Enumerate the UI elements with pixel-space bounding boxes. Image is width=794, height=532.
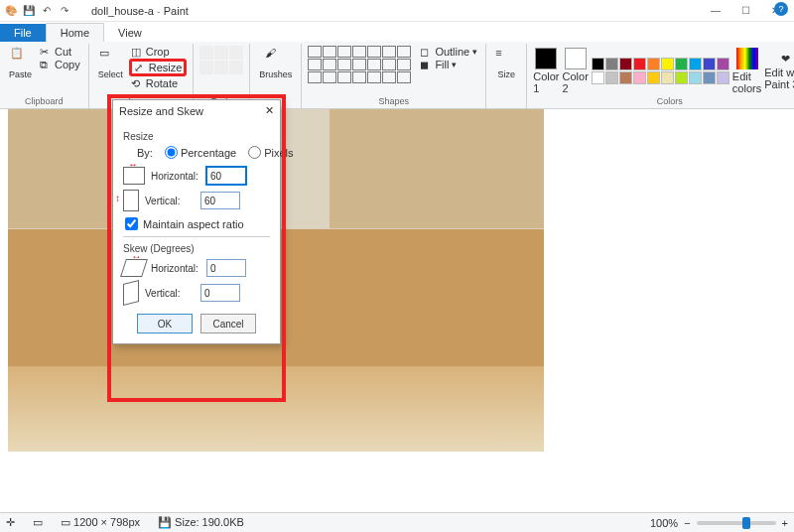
color-swatch[interactable] [689, 58, 702, 70]
tab-view[interactable]: View [104, 24, 156, 42]
color1-button[interactable]: Color 1 [533, 48, 559, 94]
color-swatch[interactable] [717, 71, 729, 84]
select-icon: ▭ [99, 47, 121, 68]
tab-file[interactable]: File [0, 24, 46, 42]
color-swatch[interactable] [661, 71, 674, 84]
color-swatch[interactable] [647, 71, 660, 84]
resize-icon: ⤢ [134, 62, 146, 73]
image-dimensions: ▭ 1200 × 798px [61, 516, 140, 529]
cut-button[interactable]: ✂Cut [38, 46, 82, 58]
color-swatch[interactable] [647, 58, 660, 70]
crop-icon: ◫ [131, 46, 143, 58]
radio-pixels[interactable]: Pixels [248, 146, 293, 159]
color-swatch[interactable] [605, 71, 618, 84]
status-bar: ✛ ▭ ▭ 1200 × 798px 💾 Size: 190.0KB 100% … [0, 512, 794, 532]
app-icon: 🎨 [4, 4, 18, 18]
help-icon[interactable]: ? [774, 2, 788, 16]
color2-button[interactable]: Color 2 [563, 48, 589, 94]
paint3d-icon: ❤ [781, 53, 790, 66]
skew-horizontal-icon [120, 259, 148, 277]
group-shapes: ◻Outline ▾ ◼Fill ▾ Shapes [302, 44, 486, 108]
skew-vertical-icon [123, 280, 139, 306]
zoom-slider[interactable] [697, 521, 776, 525]
maximize-button[interactable]: ☐ [730, 0, 760, 22]
tool-fill[interactable] [214, 46, 228, 60]
copy-button[interactable]: ⧉Copy [38, 59, 82, 70]
ok-button[interactable]: OK [137, 314, 193, 333]
resize-horizontal-input[interactable] [206, 167, 246, 185]
group-size: ≡ Size [486, 44, 527, 108]
rotate-button[interactable]: ⟲Rotate [129, 77, 188, 89]
group-label-colors: Colors [657, 96, 683, 108]
by-label: By: [137, 147, 153, 159]
tool-magnifier[interactable] [229, 61, 243, 74]
resize-button[interactable]: ⤢Resize [129, 59, 188, 76]
color-swatch[interactable] [605, 58, 618, 70]
dialog-close-button[interactable]: ✕ [265, 104, 274, 117]
tool-text[interactable] [229, 46, 243, 60]
title-bar: 🎨 💾 ↶ ↷ doll_house-a - Paint — ☐ ✕ [0, 0, 794, 22]
zoom-level: 100% [650, 517, 678, 529]
color-swatch[interactable] [689, 71, 702, 84]
undo-icon[interactable]: ↶ [40, 4, 54, 18]
edit-colors-button[interactable]: Edit colors [732, 48, 761, 94]
ribbon-tabs: File Home View [0, 22, 794, 42]
edit-colors-icon [736, 48, 758, 69]
tool-pencil[interactable] [199, 46, 213, 60]
color-swatch[interactable] [703, 58, 716, 70]
skew-horizontal-input[interactable] [206, 259, 246, 277]
tab-home[interactable]: Home [46, 23, 104, 42]
crop-button[interactable]: ◫Crop [129, 46, 188, 58]
maintain-aspect-checkbox[interactable]: Maintain aspect ratio [125, 217, 270, 230]
skew-horizontal-label: Horizontal: [151, 263, 200, 274]
color-swatch[interactable] [703, 71, 716, 84]
resize-skew-dialog: Resize and Skew ✕ Resize By: Percentage … [112, 99, 281, 344]
shape-outline-button[interactable]: ◻Outline ▾ [418, 46, 479, 58]
brushes-button[interactable]: 🖌 Brushes [256, 46, 295, 80]
color-palette[interactable] [592, 58, 729, 84]
zoom-in-button[interactable]: + [782, 517, 788, 529]
brush-icon: 🖌 [265, 47, 287, 68]
color-swatch[interactable] [675, 71, 688, 84]
group-label-shapes: Shapes [379, 96, 410, 108]
tool-picker[interactable] [214, 61, 228, 74]
resize-vertical-label: Vertical: [145, 196, 195, 206]
resize-vertical-input[interactable] [200, 192, 240, 209]
resize-vertical-icon [123, 190, 139, 211]
select-button[interactable]: ▭ Select [95, 46, 126, 80]
paste-button[interactable]: 📋 Paste [6, 46, 35, 80]
minimize-button[interactable]: — [701, 0, 730, 22]
redo-icon[interactable]: ↷ [58, 4, 71, 18]
resize-horizontal-icon [123, 167, 145, 185]
paint3d-button[interactable]: ❤Edit with Paint 3D [764, 53, 794, 90]
shape-fill-button[interactable]: ◼Fill ▾ [418, 59, 479, 70]
color-swatch[interactable] [675, 58, 688, 70]
rotate-icon: ⟲ [131, 77, 143, 89]
resize-horizontal-label: Horizontal: [151, 171, 200, 182]
size-icon: ≡ [495, 47, 517, 68]
radio-percentage[interactable]: Percentage [165, 146, 236, 159]
color-swatch[interactable] [619, 58, 632, 70]
file-size: 💾 Size: 190.0KB [158, 516, 244, 529]
color-swatch[interactable] [633, 58, 646, 70]
selection-size: ▭ [33, 516, 43, 529]
tool-eraser[interactable] [199, 61, 213, 74]
group-label-size [505, 96, 508, 108]
save-icon[interactable]: 💾 [22, 4, 36, 18]
size-button[interactable]: ≡ Size [492, 46, 520, 80]
color-swatch[interactable] [619, 71, 632, 84]
zoom-out-button[interactable]: − [684, 517, 690, 529]
quick-access-toolbar: 🎨 💾 ↶ ↷ [4, 4, 71, 18]
group-clipboard: 📋 Paste ✂Cut ⧉Copy Clipboard [0, 44, 89, 108]
shapes-gallery[interactable] [308, 46, 411, 83]
skew-vertical-input[interactable] [200, 284, 240, 302]
skew-section-label: Skew (Degrees) [123, 243, 270, 254]
color-swatch[interactable] [633, 71, 646, 84]
cancel-button[interactable]: Cancel [200, 314, 256, 333]
color-swatch[interactable] [661, 58, 674, 70]
color-swatch[interactable] [717, 58, 729, 70]
color-swatch[interactable] [592, 71, 604, 84]
group-label-clipboard: Clipboard [25, 96, 64, 108]
fill-icon: ◼ [420, 59, 432, 70]
color-swatch[interactable] [592, 58, 604, 70]
